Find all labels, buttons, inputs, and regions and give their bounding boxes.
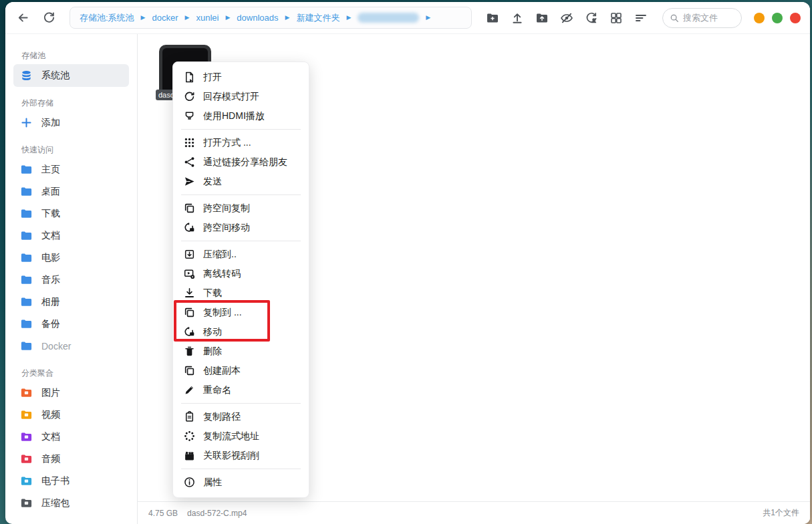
videos-folder-icon — [20, 408, 33, 421]
sidebar-item-label: 桌面 — [41, 186, 60, 198]
sidebar-item-add-external[interactable]: 添加 — [13, 112, 129, 134]
copy-stream-url-icon — [184, 430, 195, 442]
breadcrumb-item-redacted[interactable] — [358, 13, 419, 23]
menu-item-open[interactable]: 打开 — [173, 68, 309, 87]
sidebar-item-audio[interactable]: 音频 — [13, 448, 129, 470]
offline-transcode-icon — [184, 268, 195, 279]
sidebar-item-music[interactable]: 音乐 — [13, 269, 129, 291]
section-label-quick-access: 快速访问 — [21, 144, 129, 156]
sidebar-item-backup[interactable]: 备份 — [13, 313, 129, 335]
breadcrumb-item-docker[interactable]: docker — [152, 13, 178, 23]
sidebar-item-documents[interactable]: 文档 — [13, 225, 129, 247]
sort-button[interactable] — [628, 7, 653, 29]
breadcrumb-separator-icon: ▶ — [285, 15, 289, 21]
sidebar-item-ebooks[interactable]: 电子书 — [13, 470, 129, 492]
menu-item-offline-transcode[interactable]: 离线转码 — [173, 264, 309, 283]
menu-divider — [181, 469, 301, 469]
menu-item-duplicate[interactable]: 创建副本 — [173, 361, 309, 380]
menu-item-properties[interactable]: 属性 — [173, 473, 309, 492]
breadcrumb-item-pool[interactable]: 存储池:系统池 — [80, 12, 134, 24]
user-sync-icon — [585, 11, 598, 25]
file-canvas[interactable]: dasd-572-C.mp4 打开 回存模式打开 使用HDMI播放 — [138, 34, 810, 501]
duplicate-icon — [184, 365, 195, 376]
eye-off-icon — [560, 11, 573, 25]
sidebar-item-videos[interactable]: 视频 — [13, 404, 129, 426]
menu-item-restore-mode-open[interactable]: 回存模式打开 — [173, 87, 309, 106]
sidebar-item-movies[interactable]: 电影 — [13, 247, 129, 269]
menu-item-download[interactable]: 下载 — [173, 283, 309, 303]
upload-button[interactable] — [505, 7, 529, 29]
breadcrumb-item-xunlei[interactable]: xunlei — [196, 13, 219, 23]
copy-path-icon — [184, 411, 195, 422]
status-bar: 4.75 GB dasd-572-C.mp4 共1个文件 — [138, 501, 810, 524]
sidebar-item-home[interactable]: 主页 — [13, 158, 129, 180]
menu-item-cross-space-move[interactable]: 跨空间移动 — [173, 218, 309, 237]
menu-item-copy-to[interactable]: 复制到 ... — [173, 303, 309, 322]
menu-item-label: 下载 — [203, 287, 222, 299]
back-button[interactable] — [12, 7, 34, 29]
main-area: dasd-572-C.mp4 打开 回存模式打开 使用HDMI播放 — [137, 34, 810, 524]
sidebar-item-albums[interactable]: 相册 — [13, 291, 129, 313]
menu-item-label: 属性 — [203, 477, 222, 489]
menu-item-delete[interactable]: 删除 — [173, 342, 309, 361]
menu-item-copy-path[interactable]: 复制路径 — [173, 407, 309, 426]
minimize-button[interactable] — [754, 13, 765, 23]
sidebar-item-label: 音频 — [41, 453, 60, 465]
sidebar-item-pictures[interactable]: 图片 — [13, 382, 129, 404]
menu-item-label: 跨空间复制 — [203, 203, 250, 215]
sidebar-item-downloads[interactable]: 下载 — [13, 203, 129, 225]
search-input[interactable] — [683, 13, 734, 23]
sidebar-item-label: 文档 — [41, 431, 60, 443]
breadcrumb-item-downloads[interactable]: downloads — [237, 13, 278, 23]
menu-item-label: 重命名 — [203, 384, 231, 396]
folder-upload-button[interactable] — [529, 7, 554, 29]
close-button[interactable] — [790, 13, 801, 23]
menu-item-label: 复制路径 — [203, 411, 241, 423]
menu-item-label: 通过链接分享给朋友 — [203, 156, 287, 168]
refresh-icon — [43, 11, 55, 24]
view-mode-button[interactable] — [603, 7, 628, 29]
menu-item-send[interactable]: 发送 — [173, 172, 309, 191]
maximize-button[interactable] — [772, 13, 783, 23]
restore-open-icon — [184, 91, 195, 102]
refresh-button[interactable] — [38, 7, 60, 29]
hdmi-play-icon — [184, 110, 195, 122]
menu-item-compress-to[interactable]: 压缩到.. — [173, 245, 309, 264]
section-label-storage: 存储池 — [21, 50, 129, 61]
sidebar-item-label: 下载 — [41, 208, 60, 220]
delete-icon — [184, 346, 195, 357]
properties-icon — [184, 477, 195, 488]
menu-item-label: 复制流式地址 — [203, 430, 259, 442]
menu-divider — [181, 403, 301, 404]
breadcrumb-separator-icon: ▶ — [141, 15, 146, 21]
menu-item-rename[interactable]: 重命名 — [173, 380, 309, 400]
sidebar-item-docker[interactable]: Docker — [13, 335, 129, 357]
sidebar-item-system-pool[interactable]: 系统池 — [13, 64, 129, 87]
search-box[interactable] — [662, 8, 742, 28]
sidebar-item-label: 系统池 — [41, 70, 70, 82]
breadcrumb-item-new-folder[interactable]: 新建文件夹 — [296, 12, 340, 24]
file-manager-window: 存储池:系统池 ▶ docker ▶ xunlei ▶ downloads ▶ … — [5, 2, 810, 524]
folder-icon — [20, 317, 33, 330]
new-folder-button[interactable] — [480, 7, 505, 29]
menu-item-hdmi-play[interactable]: 使用HDMI播放 — [173, 106, 309, 126]
menu-item-cross-space-copy[interactable]: 跨空间复制 — [173, 199, 309, 218]
sidebar-item-label: 压缩包 — [41, 497, 70, 509]
menu-item-media-scrape[interactable]: 关联影视刮削 — [173, 446, 309, 465]
menu-item-label: 发送 — [203, 176, 222, 188]
sidebar-item-docs-category[interactable]: 文档 — [13, 426, 129, 448]
selected-file-size: 4.75 GB — [148, 509, 178, 518]
menu-item-share-link[interactable]: 通过链接分享给朋友 — [173, 152, 309, 172]
sidebar-item-desktop[interactable]: 桌面 — [13, 180, 129, 203]
send-icon — [184, 176, 195, 187]
menu-item-copy-stream-url[interactable]: 复制流式地址 — [173, 426, 309, 446]
menu-item-label: 删除 — [203, 346, 222, 358]
sidebar-item-archives[interactable]: 压缩包 — [13, 492, 129, 514]
breadcrumb-separator-icon: ▶ — [225, 15, 230, 21]
menu-item-label: 打开方式 ... — [203, 137, 251, 149]
menu-item-open-with[interactable]: 打开方式 ... — [173, 133, 309, 152]
menu-item-move[interactable]: 移动 — [173, 322, 309, 342]
toggle-hidden-files-button[interactable] — [554, 7, 579, 29]
menu-divider — [181, 194, 301, 195]
remote-task-button[interactable] — [579, 7, 603, 29]
